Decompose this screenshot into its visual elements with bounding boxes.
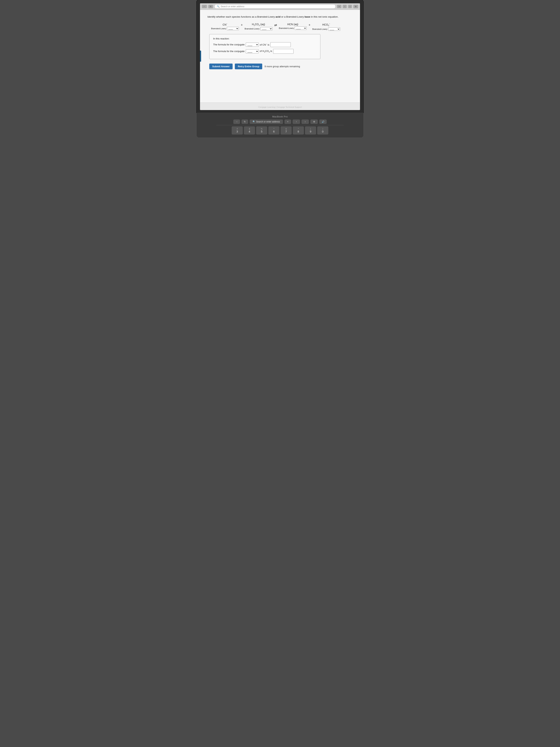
species-hcn-formula: HCN (aq) [287,23,298,26]
conjugate-row-2: The formula for the conjugate ____ acid … [213,49,317,54]
kb-key-8[interactable]: * 8 [293,126,304,134]
operator-equilibrium: ⇌ [272,23,279,27]
browser-bar: ← ↻ 🔍 Search or enter address + ↑ ‹ ⚙ [200,3,360,10]
search-icon: 🔍 [217,5,220,8]
conjugate-row-1: The formula for the conjugate ____ acid … [213,42,317,47]
species-hcn: HCN (aq) Brønsted-Lowry ____ acid base [279,23,307,30]
keyboard-special-row: → ↻ 🔍 Search or enter address + ↑ ‹ ⚙ 🔊 [201,120,359,124]
bl-select-hcn[interactable]: ____ acid base [295,26,307,30]
equation-row: CN− Brønsted-Lowry ____ acid base + [211,23,353,31]
species-cn-formula: CN− [222,23,228,26]
kb-reload-btn[interactable]: ↻ [241,120,248,124]
kb-key-9[interactable]: ( 9 [305,126,316,134]
kb-speaker-btn[interactable]: 🔊 [319,120,327,124]
operator-plus-2: + [307,23,313,27]
bl-select-hco3[interactable]: ____ acid base [328,27,340,31]
conjugate-input-2[interactable] [273,49,294,54]
species-h2co3-formula: H2CO3 (aq) [252,23,265,26]
kb-key-3[interactable]: # 3 [232,126,243,134]
attempts-text: 9 more group attempts remaining [264,65,300,68]
reload-button[interactable]: ↻ [208,5,213,8]
share-button[interactable]: ↑ [343,5,347,8]
conjugate-select-2[interactable]: ____ acid base [246,49,259,53]
conjugate-of-2: of H2CO3 is [260,50,272,53]
macbook-label: MacBook Pro [201,114,359,120]
settings-button[interactable]: ⚙ [353,5,358,8]
species-hco3: HCO3− Brønsted-Lowry ____ acid base [313,23,340,31]
chevron-button[interactable]: ‹ [348,5,352,8]
kb-search-btn[interactable]: 🔍 Search or enter address [250,120,283,124]
keyboard-divider [216,125,344,125]
bl-label-h2co3: Brønsted-Lowry [245,28,260,30]
species-h2co3: H2CO3 (aq) Brønsted-Lowry ____ acid base [245,23,272,30]
species-cn-bronsted: Brønsted-Lowry ____ acid base [211,27,239,30]
back-button[interactable]: ← [202,5,207,8]
retry-button[interactable]: Retry Entire Group [235,63,262,69]
conjugate-prefix-1: The formula for the conjugate [213,43,245,46]
species-hcn-bronsted: Brønsted-Lowry ____ acid base [279,26,307,30]
keyboard-number-row: # 3 $ 4 % 5 ^ 6 & 7 * 8 [201,126,359,134]
species-cn: CN− Brønsted-Lowry ____ acid base [211,23,239,30]
kb-key-5[interactable]: % 5 [256,126,267,134]
plus-button[interactable]: + [337,5,341,8]
conjugate-of-1: of CN− is [260,43,269,46]
kb-key-7[interactable]: & 7 [281,126,292,134]
in-reaction-box: In this reaction: The formula for the co… [209,34,320,59]
submit-button[interactable]: Submit Answer [209,63,233,69]
keyboard-area: MacBook Pro → ↻ 🔍 Search or enter addres… [197,113,363,137]
conjugate-prefix-2: The formula for the conjugate [213,50,245,53]
kb-back-btn2[interactable]: ‹ [301,120,309,124]
conjugate-select-1[interactable]: ____ acid base [246,43,259,47]
bl-label-hcn: Brønsted-Lowry [279,27,294,29]
question-instruction: Identify whether each species functions … [207,15,353,19]
bl-select-h2co3[interactable]: ____ acid base [260,27,272,30]
operator-plus-1: + [239,23,245,27]
kb-key-4[interactable]: $ 4 [244,126,255,134]
species-hco3-formula: HCO3− [322,23,330,26]
conjugate-input-1[interactable] [270,42,291,47]
species-h2co3-bronsted: Brønsted-Lowry ____ acid base [245,27,272,30]
in-reaction-title: In this reaction: [213,37,317,40]
kb-gear-btn[interactable]: ⚙ [310,120,318,124]
address-bar[interactable]: 🔍 Search or enter address [214,4,336,8]
bl-select-cn[interactable]: ____ acid base [227,27,239,30]
kb-key-0[interactable]: ) 0 [317,126,328,134]
button-row: Submit Answer Retry Entire Group 9 more … [209,63,353,69]
kb-plus-btn[interactable]: + [285,120,291,124]
address-text: Search or enter address [220,5,244,8]
screen-bottom-bar [200,110,360,113]
kb-upload-btn[interactable]: ↑ [293,120,300,124]
bl-label-cn: Brønsted-Lowry [211,27,226,30]
sidebar-accent [200,51,201,62]
cengage-footer: Cengage Learning | Cengage Technical Sup… [200,104,360,109]
page-area: Identify whether each species functions … [200,10,360,102]
kb-arrow-btn[interactable]: → [233,120,240,124]
kb-key-6[interactable]: ^ 6 [268,126,279,134]
bl-label-hco3: Brønsted-Lowry [313,28,327,30]
species-hco3-bronsted: Brønsted-Lowry ____ acid base [313,27,340,31]
